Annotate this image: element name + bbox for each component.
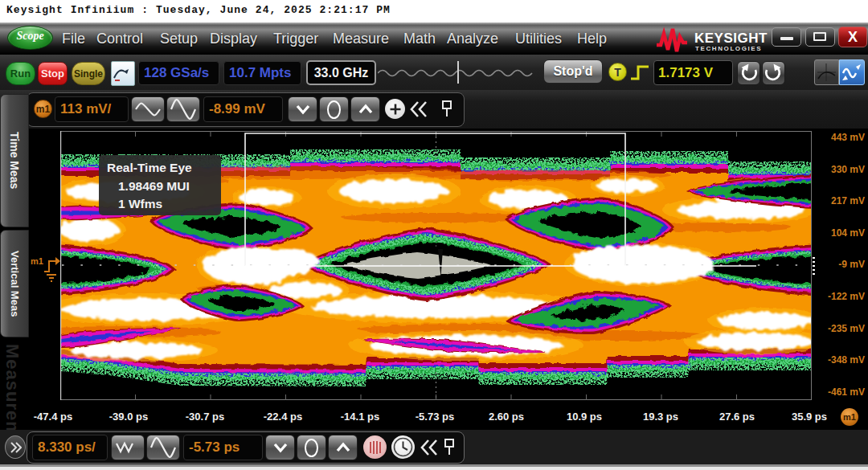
svg-text:1 Wfms: 1 Wfms xyxy=(118,197,162,210)
svg-text:m1: m1 xyxy=(31,256,43,266)
svg-text:1.98469 MUI: 1.98469 MUI xyxy=(118,179,190,193)
svg-text:Real-Time Eye: Real-Time Eye xyxy=(107,161,192,174)
